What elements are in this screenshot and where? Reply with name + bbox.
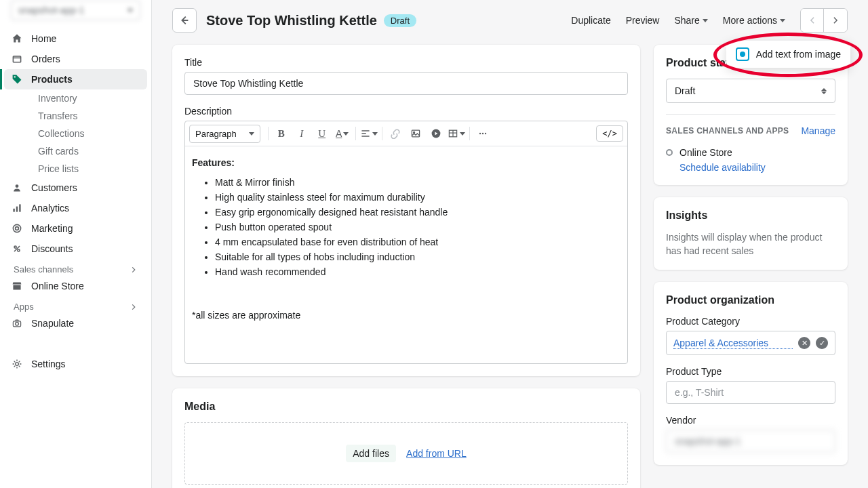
back-button[interactable] <box>172 8 197 33</box>
media-card: Media Add files Add from URL <box>172 388 640 488</box>
link-icon <box>390 128 401 139</box>
nav-collections[interactable]: Collections <box>31 125 147 142</box>
discounts-icon <box>11 243 23 255</box>
sidebar: snapshot-app-1 Home Orders Products Inve… <box>0 0 152 488</box>
chevron-right-icon <box>130 303 138 311</box>
add-text-from-image-item[interactable]: Add text from image <box>756 49 841 60</box>
check-icon[interactable]: ✓ <box>816 337 828 349</box>
manage-channels-link[interactable]: Manage <box>801 125 835 136</box>
nav-settings[interactable]: Settings <box>4 354 147 374</box>
chevron-right-icon <box>831 16 840 25</box>
status-select[interactable]: Draft <box>666 79 835 103</box>
media-dropzone[interactable]: Add files Add from URL <box>184 422 628 485</box>
nav-orders[interactable]: Orders <box>4 49 147 69</box>
store-selector[interactable]: snapshot-app-1 <box>11 0 140 20</box>
svg-rect-2 <box>13 209 14 212</box>
svg-point-10 <box>16 322 19 325</box>
customers-icon <box>11 182 23 194</box>
nav-inventory[interactable]: Inventory <box>31 89 147 107</box>
editor-content[interactable]: Features: Matt & Mirror finish High qual… <box>185 146 627 363</box>
add-from-url-link[interactable]: Add from URL <box>406 448 467 459</box>
channel-name: Online Store <box>679 147 732 158</box>
chevron-down-icon <box>249 132 254 136</box>
type-input[interactable] <box>666 381 835 404</box>
insights-card: Insights Insights will display when the … <box>654 197 848 270</box>
home-icon <box>11 33 23 45</box>
organization-heading: Product organization <box>666 294 835 306</box>
chevron-down-icon <box>127 9 133 12</box>
dots-icon <box>477 128 488 139</box>
italic-button[interactable]: I <box>292 124 311 143</box>
gear-icon <box>11 358 23 370</box>
vendor-label: Vendor <box>666 415 835 426</box>
svg-point-1 <box>16 184 19 188</box>
table-button[interactable] <box>447 124 466 143</box>
chevron-down-icon <box>780 19 785 22</box>
type-label: Product Type <box>666 366 835 377</box>
nav-home[interactable]: Home <box>4 28 147 49</box>
image-button[interactable] <box>406 124 425 143</box>
preview-button[interactable]: Preview <box>626 15 660 26</box>
bold-button[interactable]: B <box>272 124 291 143</box>
paragraph-style-select[interactable]: Paragraph <box>189 125 260 143</box>
svg-point-13 <box>413 131 414 133</box>
products-icon <box>11 73 23 85</box>
marketing-icon <box>11 222 23 235</box>
svg-point-8 <box>18 249 20 251</box>
nav-discounts[interactable]: Discounts <box>4 239 147 259</box>
category-input[interactable]: Apparel & Accessories ✕ ✓ <box>666 331 835 355</box>
title-description-card: Title Description Paragraph <box>172 45 640 376</box>
align-left-icon <box>360 128 371 139</box>
arrow-left-icon <box>178 14 191 26</box>
underline-button[interactable]: U <box>313 124 332 143</box>
sales-channels-label: SALES CHANNELS AND APPS <box>666 126 789 136</box>
nav-gift-cards[interactable]: Gift cards <box>31 142 147 160</box>
main-content: Stove Top Whistling Kettle Draft Duplica… <box>152 0 868 488</box>
prev-product-button[interactable] <box>801 9 824 32</box>
vendor-input[interactable]: snapshot-app-1 <box>666 430 835 453</box>
nav-app-snapulate[interactable]: Snapulate <box>4 313 147 333</box>
schedule-availability-link[interactable]: Schedule availability <box>679 162 835 173</box>
nav-online-store[interactable]: Online Store <box>4 276 147 296</box>
status-badge: Draft <box>384 14 416 27</box>
page-title: Stove Top Whistling Kettle Draft <box>206 13 561 28</box>
duplicate-button[interactable]: Duplicate <box>571 15 610 26</box>
clear-icon[interactable]: ✕ <box>798 337 810 349</box>
video-button[interactable] <box>427 124 446 143</box>
svg-rect-4 <box>19 204 20 211</box>
link-button[interactable] <box>386 124 405 143</box>
svg-rect-12 <box>412 130 419 137</box>
svg-point-18 <box>485 133 486 134</box>
apps-header[interactable]: Apps <box>4 296 147 313</box>
share-button[interactable]: Share <box>674 15 707 26</box>
add-files-button[interactable]: Add files <box>346 445 396 462</box>
organization-card: Product organization Product Category Ap… <box>654 282 848 465</box>
nav-orders-label: Orders <box>31 54 60 64</box>
nav-transfers[interactable]: Transfers <box>31 107 147 125</box>
category-label: Product Category <box>666 316 835 327</box>
editor-toolbar: Paragraph B I U A <box>185 121 627 146</box>
topbar: Stove Top Whistling Kettle Draft Duplica… <box>172 8 848 33</box>
nav-customers[interactable]: Customers <box>4 178 147 198</box>
nav-home-label: Home <box>31 33 56 44</box>
svg-rect-0 <box>13 56 20 62</box>
html-view-button[interactable]: </> <box>596 125 623 142</box>
camera-icon <box>11 317 23 329</box>
more-actions-button[interactable]: More actions <box>723 15 785 26</box>
insights-heading: Insights <box>666 209 835 222</box>
text-color-button[interactable]: A <box>333 124 352 143</box>
nav-analytics[interactable]: Analytics <box>4 198 147 218</box>
channel-row: Online Store <box>666 143 835 162</box>
nav-marketing[interactable]: Marketing <box>4 218 147 239</box>
nav-products[interactable]: Products <box>4 69 147 89</box>
align-button[interactable] <box>359 124 378 143</box>
description-label: Description <box>184 106 628 117</box>
select-caret-icon <box>821 88 827 94</box>
title-input[interactable] <box>184 72 628 95</box>
next-product-button[interactable] <box>824 9 847 32</box>
nav-price-lists[interactable]: Price lists <box>31 160 147 178</box>
camera-icon <box>736 47 749 61</box>
sales-channels-header[interactable]: Sales channels <box>4 259 147 276</box>
title-label: Title <box>184 57 628 68</box>
more-formatting-button[interactable] <box>473 124 492 143</box>
